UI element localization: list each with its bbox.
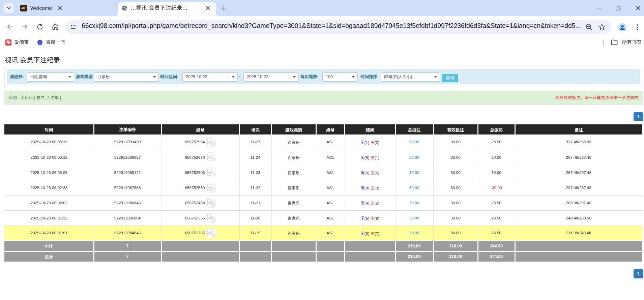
svg-text:du: du [39, 42, 41, 45]
